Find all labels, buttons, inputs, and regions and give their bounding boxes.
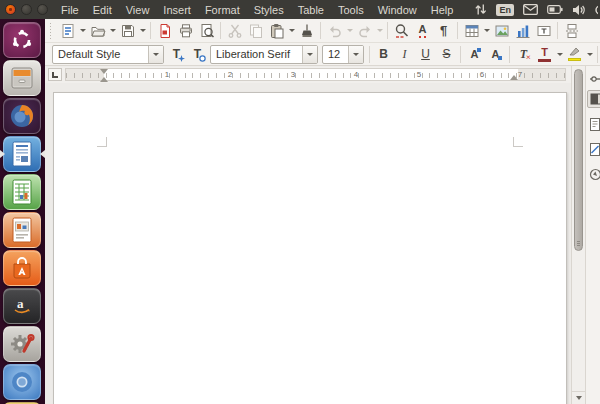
new-document-dropdown[interactable] (78, 21, 87, 41)
minimize-button[interactable] (21, 4, 32, 15)
sync-arrows-icon[interactable] (474, 3, 487, 16)
print-preview-icon[interactable] (196, 21, 217, 41)
unity-launcher: a (0, 19, 45, 404)
vertical-scrollbar[interactable] (571, 66, 585, 404)
insert-table-dropdown[interactable] (482, 21, 491, 41)
insert-textbox-icon[interactable] (533, 21, 554, 41)
paragraph-style-dropdown[interactable] (148, 46, 163, 63)
scrollbar-thumb[interactable] (574, 69, 583, 251)
launcher-item-ubuntu-dash[interactable] (3, 22, 41, 58)
menu-styles[interactable]: Styles (247, 2, 291, 18)
print-icon[interactable] (175, 21, 196, 41)
launcher-item-firefox[interactable] (3, 98, 41, 134)
open-icon[interactable] (87, 21, 108, 41)
insert-image-icon[interactable] (491, 21, 512, 41)
spelling-icon[interactable]: A (412, 21, 433, 41)
mail-icon[interactable] (523, 4, 538, 15)
highlight-color-dropdown[interactable] (585, 44, 594, 64)
paste-dropdown[interactable] (287, 21, 296, 41)
sidebar-tab-properties[interactable] (587, 90, 600, 108)
strikethrough-button[interactable]: S (436, 44, 457, 64)
menu-view[interactable]: View (119, 2, 157, 18)
font-name-dropdown[interactable] (302, 46, 317, 63)
ruler-number: 4 (354, 70, 358, 79)
sidebar-tab-navigator[interactable] (589, 166, 600, 182)
document-page[interactable] (53, 92, 567, 404)
left-indent-marker[interactable] (100, 69, 109, 82)
menu-insert[interactable]: Insert (156, 2, 198, 18)
copy-icon (245, 21, 266, 41)
sidebar-tab-page[interactable] (589, 116, 600, 132)
launcher-item-libreoffice-writer[interactable] (3, 136, 41, 172)
launcher-item-files[interactable] (3, 60, 41, 96)
menubar: File Edit View Insert Format Styles Tabl… (54, 2, 460, 18)
undo-icon (324, 21, 345, 41)
menu-format[interactable]: Format (198, 2, 247, 18)
insert-table-icon[interactable] (461, 21, 482, 41)
find-replace-icon[interactable] (391, 21, 412, 41)
ruler-number: 2 (228, 70, 232, 79)
font-size-combo[interactable]: 12 (322, 45, 364, 64)
sidebar-tab-strip (585, 66, 600, 404)
open-dropdown[interactable] (108, 21, 117, 41)
paste-icon[interactable] (266, 21, 287, 41)
ruler-number: 5 (417, 70, 421, 79)
standard-toolbar: A ¶ (45, 19, 600, 43)
bold-button[interactable]: B (373, 44, 394, 64)
font-color-button[interactable]: T (534, 44, 555, 64)
tab-stop-selector[interactable] (48, 68, 62, 81)
toolbar-grip[interactable] (48, 23, 55, 39)
close-button[interactable] (5, 4, 16, 15)
maximize-button[interactable] (37, 4, 48, 15)
superscript-button[interactable]: A (464, 44, 485, 64)
ruler-number: 6 (480, 70, 484, 79)
subscript-button[interactable]: A (485, 44, 506, 64)
paragraph-style-value: Default Style (53, 48, 148, 60)
launcher-item-chromium[interactable] (3, 364, 41, 400)
scrollbar-down-button[interactable] (572, 391, 585, 404)
clipped-icon[interactable] (594, 4, 598, 16)
insert-page-break-icon[interactable] (561, 21, 582, 41)
keyboard-indicator[interactable]: En (496, 4, 514, 16)
font-size-value: 12 (323, 48, 348, 60)
new-document-icon[interactable] (57, 21, 78, 41)
clone-formatting-icon[interactable] (296, 21, 317, 41)
launcher-item-libreoffice-calc[interactable] (3, 174, 41, 210)
menu-file[interactable]: File (54, 2, 86, 18)
underline-button[interactable]: U (415, 44, 436, 64)
italic-button[interactable]: I (394, 44, 415, 64)
battery-icon[interactable] (547, 5, 563, 14)
right-indent-marker[interactable] (510, 75, 518, 80)
svg-text:a: a (17, 296, 24, 311)
paragraph-style-combo[interactable]: Default Style (52, 45, 164, 64)
new-style-icon[interactable]: T (187, 44, 208, 64)
launcher-item-libreoffice-impress[interactable] (3, 212, 41, 248)
menu-edit[interactable]: Edit (86, 2, 119, 18)
document-workspace (45, 83, 571, 404)
highlight-color-button[interactable] (564, 44, 585, 64)
menu-window[interactable]: Window (371, 2, 424, 18)
save-dropdown[interactable] (138, 21, 147, 41)
undo-dropdown (345, 21, 354, 41)
font-name-combo[interactable]: Liberation Serif (210, 45, 318, 64)
sidebar-tab-styles[interactable] (589, 141, 600, 157)
horizontal-ruler[interactable]: 1 2 3 4 5 6 7 (65, 68, 566, 81)
volume-icon[interactable] (572, 4, 585, 16)
save-icon[interactable] (117, 21, 138, 41)
font-size-dropdown[interactable] (348, 46, 363, 63)
update-style-icon[interactable]: T (166, 44, 187, 64)
formatting-marks-icon[interactable]: ¶ (433, 21, 454, 41)
insert-chart-icon[interactable] (512, 21, 533, 41)
window-controls (0, 4, 54, 15)
export-pdf-icon[interactable] (154, 21, 175, 41)
menu-help[interactable]: Help (424, 2, 461, 18)
sidebar-settings-icon[interactable] (589, 71, 600, 87)
launcher-item-system-settings[interactable] (3, 326, 41, 362)
launcher-item-amazon[interactable]: a (3, 288, 41, 324)
ruler-row: 1 2 3 4 5 6 7 (45, 67, 571, 83)
menu-tools[interactable]: Tools (331, 2, 371, 18)
font-color-dropdown[interactable] (555, 44, 564, 64)
clear-formatting-button[interactable]: T × (513, 44, 534, 64)
launcher-item-ubuntu-software[interactable] (3, 250, 41, 286)
menu-table[interactable]: Table (291, 2, 331, 18)
